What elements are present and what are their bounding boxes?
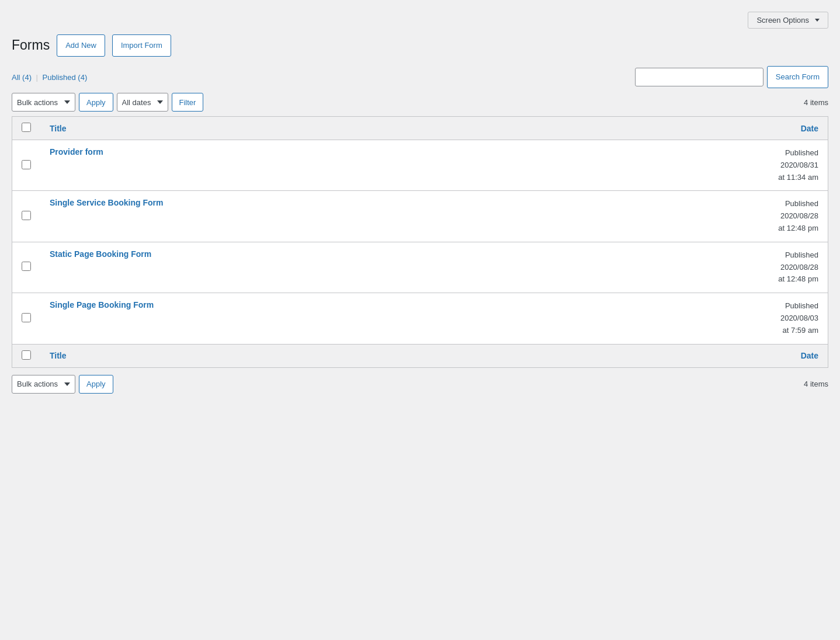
row-date-status: Published	[785, 199, 818, 208]
row-checkbox-3[interactable]	[22, 313, 31, 322]
forms-table: Title Date Provider form Published 2020/…	[12, 116, 828, 368]
footer-checkbox-cell	[12, 344, 41, 367]
footer-title-cell[interactable]: Title	[40, 344, 585, 367]
row-date-status: Published	[785, 148, 818, 157]
page-header: Forms Add New Import Form	[12, 34, 828, 57]
page-title: Forms	[12, 37, 50, 54]
dates-filter-select[interactable]: All dates	[117, 93, 168, 112]
row-date-cell: Published 2020/08/28 at 12:48 pm	[585, 242, 828, 293]
row-checkbox-cell	[12, 140, 41, 191]
screen-options-button[interactable]: Screen Options	[748, 12, 828, 29]
top-toolbar: Bulk actions Apply All dates Filter 4 it…	[12, 93, 828, 112]
row-title-link[interactable]: Single Service Booking Form	[50, 198, 164, 207]
add-new-button[interactable]: Add New	[57, 34, 105, 57]
row-date-time: at 11:34 am	[778, 173, 818, 182]
select-all-checkbox-bottom[interactable]	[22, 350, 31, 360]
all-filter-link[interactable]: All (4)	[12, 73, 34, 82]
filter-bar: All (4) | Published (4) Search Form	[12, 66, 828, 88]
row-date-value: 2020/08/31	[780, 161, 818, 169]
row-title-link[interactable]: Single Page Booking Form	[50, 300, 154, 309]
apply-button-bottom[interactable]: Apply	[79, 375, 113, 394]
row-checkbox-2[interactable]	[22, 262, 31, 271]
row-title-cell: Single Page Booking Form	[40, 293, 585, 344]
search-input[interactable]	[635, 68, 763, 86]
row-date-value: 2020/08/28	[780, 211, 818, 220]
screen-options-label: Screen Options	[756, 16, 809, 25]
import-form-button[interactable]: Import Form	[112, 34, 171, 57]
table-row: Single Page Booking Form Published 2020/…	[12, 293, 828, 344]
table-header-row: Title Date	[12, 117, 828, 140]
row-date-cell: Published 2020/08/28 at 12:48 pm	[585, 191, 828, 242]
table-body: Provider form Published 2020/08/31 at 11…	[12, 140, 828, 345]
filter-links: All (4) | Published (4)	[12, 73, 87, 82]
row-date-time: at 7:59 am	[783, 326, 818, 335]
row-checkbox-cell	[12, 242, 41, 293]
search-form: Search Form	[635, 66, 828, 88]
row-date-value: 2020/08/28	[780, 263, 818, 272]
bulk-actions-select-top[interactable]: Bulk actions	[12, 93, 75, 112]
table-footer-row: Title Date	[12, 344, 828, 367]
row-date-value: 2020/08/03	[780, 314, 818, 322]
bottom-toolbar-left: Bulk actions Apply	[12, 375, 113, 394]
row-title-cell: Single Service Booking Form	[40, 191, 585, 242]
row-date-status: Published	[785, 301, 818, 310]
filter-button[interactable]: Filter	[172, 93, 204, 112]
row-date-cell: Published 2020/08/31 at 11:34 am	[585, 140, 828, 191]
col-header-checkbox	[12, 117, 41, 140]
col-header-date[interactable]: Date	[585, 117, 828, 140]
table-row: Provider form Published 2020/08/31 at 11…	[12, 140, 828, 191]
apply-button-top[interactable]: Apply	[79, 93, 113, 112]
bulk-actions-select-bottom[interactable]: Bulk actions	[12, 375, 75, 394]
row-checkbox-1[interactable]	[22, 211, 31, 220]
items-count-top: 4 items	[804, 98, 828, 107]
row-checkbox-cell	[12, 191, 41, 242]
toolbar-left: Bulk actions Apply All dates Filter	[12, 93, 203, 112]
published-filter-link[interactable]: Published (4)	[43, 73, 88, 82]
filter-sep: |	[36, 73, 38, 82]
items-count-bottom: 4 items	[804, 380, 828, 388]
search-form-button[interactable]: Search Form	[767, 66, 828, 88]
chevron-down-icon	[815, 19, 820, 22]
row-date-status: Published	[785, 251, 818, 259]
row-title-link[interactable]: Static Page Booking Form	[50, 249, 151, 259]
select-all-checkbox-top[interactable]	[22, 123, 31, 132]
row-checkbox-0[interactable]	[22, 160, 31, 169]
row-date-time: at 12:48 pm	[778, 274, 818, 283]
table-row: Static Page Booking Form Published 2020/…	[12, 242, 828, 293]
row-title-link[interactable]: Provider form	[50, 147, 103, 156]
table-row: Single Service Booking Form Published 20…	[12, 191, 828, 242]
bottom-toolbar: Bulk actions Apply 4 items	[12, 375, 828, 394]
footer-date-cell[interactable]: Date	[585, 344, 828, 367]
row-title-cell: Provider form	[40, 140, 585, 191]
row-checkbox-cell	[12, 293, 41, 344]
row-title-cell: Static Page Booking Form	[40, 242, 585, 293]
col-header-title[interactable]: Title	[40, 117, 585, 140]
row-date-time: at 12:48 pm	[778, 224, 818, 232]
row-date-cell: Published 2020/08/03 at 7:59 am	[585, 293, 828, 344]
